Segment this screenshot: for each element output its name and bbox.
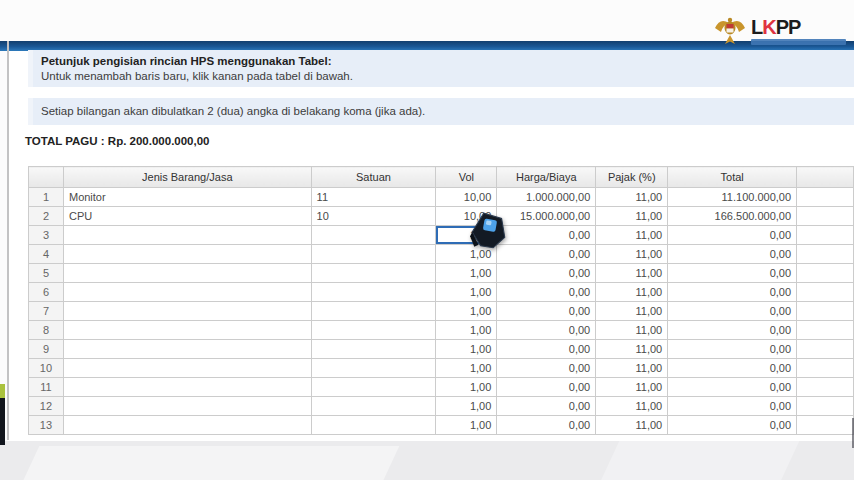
cell-pajak[interactable]: 11,00	[596, 378, 668, 397]
cell-extra[interactable]	[797, 188, 854, 207]
cell-pajak[interactable]: 11,00	[596, 359, 668, 378]
cell-extra[interactable]	[797, 264, 854, 283]
cell-harga[interactable]: 1.000.000,00	[497, 188, 596, 207]
cell-satuan[interactable]	[311, 359, 436, 378]
cell-jenis[interactable]	[63, 264, 311, 283]
cell-pajak[interactable]: 11,00	[596, 416, 668, 435]
cell-harga[interactable]: 0,00	[497, 264, 596, 283]
cell-extra[interactable]	[797, 416, 854, 435]
cell-jenis[interactable]: CPU	[63, 207, 311, 226]
cell-pajak[interactable]: 11,00	[596, 245, 668, 264]
cell-jenis[interactable]	[63, 397, 311, 416]
cell-satuan[interactable]	[311, 226, 436, 245]
cell-harga[interactable]: 0,00	[497, 416, 596, 435]
cell-pajak[interactable]: 11,00	[596, 321, 668, 340]
cell-total[interactable]: 0,00	[668, 283, 797, 302]
cell-extra[interactable]	[797, 378, 854, 397]
cell-harga[interactable]: 0,00	[497, 245, 596, 264]
cell-pajak[interactable]: 11,00	[596, 226, 668, 245]
cell-jenis[interactable]	[63, 378, 311, 397]
cell-harga[interactable]: 0,00	[497, 302, 596, 321]
cell-jenis[interactable]	[63, 416, 311, 435]
cell-satuan[interactable]: 10	[311, 207, 436, 226]
cell-satuan[interactable]	[311, 283, 436, 302]
row-number-cell[interactable]: 1	[29, 188, 64, 207]
cell-satuan[interactable]	[311, 264, 436, 283]
row-number-cell[interactable]: 11	[29, 378, 64, 397]
cell-total[interactable]: 0,00	[668, 416, 797, 435]
cell-satuan[interactable]	[311, 378, 436, 397]
cell-pajak[interactable]: 11,00	[596, 340, 668, 359]
cell-extra[interactable]	[797, 397, 854, 416]
cell-harga[interactable]: 0,00	[497, 397, 596, 416]
cell-jenis[interactable]	[63, 359, 311, 378]
cell-extra[interactable]	[797, 245, 854, 264]
cell-satuan[interactable]	[311, 321, 436, 340]
cell-total[interactable]: 0,00	[668, 245, 797, 264]
cell-satuan[interactable]	[311, 302, 436, 321]
row-number-cell[interactable]: 2	[29, 207, 64, 226]
row-number-cell[interactable]: 9	[29, 340, 64, 359]
cell-vol[interactable]: 1,00	[436, 264, 497, 283]
row-number-cell[interactable]: 8	[29, 321, 64, 340]
cell-harga[interactable]: 15.000.000,00	[497, 207, 596, 226]
cell-total[interactable]: 11.100.000,00	[668, 188, 797, 207]
cell-vol[interactable]: 1,00	[436, 397, 497, 416]
cell-total[interactable]: 166.500.000,00	[668, 207, 797, 226]
cell-pajak[interactable]: 11,00	[596, 397, 668, 416]
cell-pajak[interactable]: 11,00	[596, 264, 668, 283]
cell-vol[interactable]: 1,00	[436, 359, 497, 378]
cell-jenis[interactable]	[63, 283, 311, 302]
cell-extra[interactable]	[797, 226, 854, 245]
row-number-cell[interactable]: 5	[29, 264, 64, 283]
cell-vol[interactable]: 1,00	[436, 302, 497, 321]
hps-table[interactable]: Jenis Barang/JasaSatuanVolHarga/BiayaPaj…	[28, 166, 854, 435]
cell-total[interactable]: 0,00	[668, 302, 797, 321]
cell-satuan[interactable]	[311, 245, 436, 264]
cell-vol[interactable]: 1,00	[436, 416, 497, 435]
cell-total[interactable]: 0,00	[668, 321, 797, 340]
cell-jenis[interactable]	[63, 245, 311, 264]
cell-jenis[interactable]	[63, 226, 311, 245]
cell-satuan[interactable]	[311, 340, 436, 359]
cell-extra[interactable]	[797, 302, 854, 321]
cell-satuan[interactable]: 11	[311, 188, 436, 207]
cell-total[interactable]: 0,00	[668, 340, 797, 359]
cell-total[interactable]: 0,00	[668, 378, 797, 397]
cell-extra[interactable]	[797, 207, 854, 226]
row-number-cell[interactable]: 4	[29, 245, 64, 264]
cell-harga[interactable]: 0,00	[497, 340, 596, 359]
cell-pajak[interactable]: 11,00	[596, 188, 668, 207]
row-number-cell[interactable]: 10	[29, 359, 64, 378]
cell-extra[interactable]	[797, 283, 854, 302]
cell-total[interactable]: 0,00	[668, 359, 797, 378]
cell-vol[interactable]: 10,00	[436, 188, 497, 207]
cell-harga[interactable]: 0,00	[497, 226, 596, 245]
cell-satuan[interactable]	[311, 416, 436, 435]
cell-total[interactable]: 0,00	[668, 226, 797, 245]
cell-pajak[interactable]: 11,00	[596, 283, 668, 302]
cell-total[interactable]: 0,00	[668, 397, 797, 416]
cell-extra[interactable]	[797, 340, 854, 359]
cell-jenis[interactable]: Monitor	[63, 188, 311, 207]
cell-harga[interactable]: 0,00	[497, 359, 596, 378]
cell-jenis[interactable]	[63, 340, 311, 359]
cell-extra[interactable]	[797, 321, 854, 340]
cell-jenis[interactable]	[63, 302, 311, 321]
row-number-cell[interactable]: 3	[29, 226, 64, 245]
row-number-cell[interactable]: 13	[29, 416, 64, 435]
cell-jenis[interactable]	[63, 321, 311, 340]
cell-extra[interactable]	[797, 359, 854, 378]
cell-vol[interactable]: 1,00	[436, 321, 497, 340]
row-number-cell[interactable]: 7	[29, 302, 64, 321]
cell-vol[interactable]: 1,00	[436, 378, 497, 397]
cell-satuan[interactable]	[311, 397, 436, 416]
cell-vol[interactable]: 1,00	[436, 340, 497, 359]
row-number-cell[interactable]: 12	[29, 397, 64, 416]
cell-harga[interactable]: 0,00	[497, 321, 596, 340]
cell-harga[interactable]: 0,00	[497, 283, 596, 302]
cell-pajak[interactable]: 11,00	[596, 207, 668, 226]
cell-vol[interactable]: 1,00	[436, 283, 497, 302]
cell-pajak[interactable]: 11,00	[596, 302, 668, 321]
row-number-cell[interactable]: 6	[29, 283, 64, 302]
